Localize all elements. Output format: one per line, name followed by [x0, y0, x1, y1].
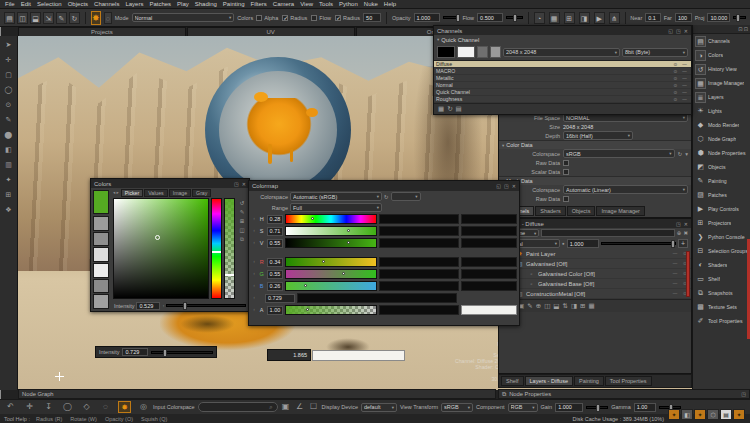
- paint-tool-strip-icon[interactable]: ▢: [2, 69, 15, 80]
- paint-tool-strip-icon[interactable]: ◧: [2, 144, 15, 155]
- paint-tool-strip-icon[interactable]: ✎: [2, 114, 15, 125]
- gain-slider[interactable]: [586, 406, 608, 409]
- document-tool-icon[interactable]: ↻: [69, 12, 80, 24]
- spinner-icon[interactable]: ↕: [251, 217, 257, 221]
- channel-lock-icon[interactable]: —: [680, 97, 689, 102]
- gain-field[interactable]: 1.000: [555, 403, 583, 412]
- paint-tool-strip-icon[interactable]: ◯: [2, 84, 15, 95]
- bottom-tool-icon[interactable]: ↧: [42, 401, 55, 413]
- value-overlay-field[interactable]: 1.865: [267, 349, 311, 361]
- spinner-icon[interactable]: ↕: [251, 308, 257, 312]
- status-icon[interactable]: ▤: [720, 409, 732, 420]
- mask-raw-data-checkbox[interactable]: [563, 196, 569, 202]
- channel-gradient-strip[interactable]: [285, 214, 378, 224]
- picker-tool-icon[interactable]: ◫: [239, 227, 244, 233]
- colormap-colorspace-dropdown[interactable]: Automatic (sRGB)▾: [290, 192, 382, 201]
- extended-range-strip[interactable]: [379, 281, 458, 291]
- paint-tool-strip-icon[interactable]: ✛: [2, 54, 15, 65]
- white-swatch[interactable]: [457, 46, 475, 58]
- layer-opacity-field[interactable]: 1.000: [567, 239, 599, 248]
- dock-palette-item[interactable]: ❯ Python Console: [693, 230, 750, 244]
- strip-marker[interactable]: [306, 308, 309, 311]
- saturation-value-picker[interactable]: [113, 198, 209, 299]
- viewport-tab[interactable]: UV: [187, 27, 355, 36]
- channels-footer-icon[interactable]: ▤: [456, 105, 462, 113]
- layer-row[interactable]: ◦ Galvanised Base [Off] — ⊙: [499, 279, 691, 289]
- color-data-section-header[interactable]: ▾ Color Data: [499, 140, 691, 149]
- status-icon[interactable]: ⬡: [707, 409, 719, 420]
- alpha-strip[interactable]: [224, 198, 235, 299]
- layer-cache-icon[interactable]: —: [671, 271, 679, 276]
- view-tool-icon[interactable]: ◔: [534, 12, 545, 24]
- layer-opacity-slider[interactable]: [601, 242, 676, 245]
- float-icon[interactable]: ◳: [234, 181, 239, 187]
- node-graph-bar[interactable]: Node Graph: [18, 389, 496, 399]
- history-color-swatch[interactable]: [93, 263, 109, 278]
- layers-scrollbar[interactable]: [686, 251, 690, 297]
- strip-marker[interactable]: [347, 229, 350, 232]
- view-tool-icon[interactable]: ◨: [579, 12, 590, 24]
- channel-gradient-strip[interactable]: [285, 238, 378, 248]
- bottom-tool-icon[interactable]: ◎: [137, 401, 150, 413]
- extended-range-strip[interactable]: [461, 257, 517, 267]
- channel-gradient-strip[interactable]: [285, 269, 378, 279]
- colormap-range-dropdown[interactable]: Full▾: [290, 203, 382, 212]
- layer-cache-icon[interactable]: —: [671, 251, 679, 256]
- proj-field[interactable]: 10.000: [707, 13, 730, 22]
- mask-colorspace-dropdown[interactable]: Automatic (Linear)▾: [563, 185, 688, 194]
- palette-tab[interactable]: Painting: [574, 376, 604, 386]
- paint-tool-strip-icon[interactable]: ❖: [2, 204, 15, 215]
- toolbar-checkbox[interactable]: Radius: [335, 15, 360, 21]
- strip-marker[interactable]: [311, 217, 314, 220]
- intensity-slider[interactable]: [151, 351, 213, 354]
- menu-item[interactable]: Objects: [68, 1, 88, 7]
- toolbar-checkbox[interactable]: Flow: [311, 15, 331, 21]
- lock-icon[interactable]: ●: [562, 241, 565, 246]
- layer-row[interactable]: ● ▾ ▧ Galvanised [Off] — ⊙: [499, 259, 691, 269]
- dock-palette-item[interactable]: ◑ Colors: [693, 48, 750, 62]
- spinner-icon[interactable]: ↕: [251, 241, 257, 245]
- alpha-gradient-strip[interactable]: [285, 305, 378, 315]
- near-field[interactable]: 0.1: [645, 13, 660, 22]
- close-icon[interactable]: ✕: [684, 221, 688, 227]
- colors-tab[interactable]: Values: [144, 189, 167, 197]
- channel-value-field[interactable]: 0.28: [267, 215, 283, 224]
- extended-range-strip[interactable]: [379, 238, 458, 248]
- hue-strip[interactable]: [211, 198, 222, 299]
- layer-row[interactable]: ▸ ▧ ConstructionMetal [Off] — ⊙: [499, 289, 691, 299]
- colormap-extra-dropdown[interactable]: ▾: [391, 192, 421, 201]
- layer-row[interactable]: ◦ Galvanised Color [Off] — ⊙: [499, 269, 691, 279]
- paint-mode-dropdown[interactable]: Normal▾: [132, 13, 235, 22]
- spinner-icon[interactable]: ↕: [162, 303, 164, 308]
- dock-palette-item[interactable]: ▩ Texture Sets: [693, 300, 750, 314]
- view-tool-icon[interactable]: ⋔: [609, 12, 620, 24]
- dock-palette-item[interactable]: ≣ Layers: [693, 90, 750, 104]
- history-color-swatch[interactable]: [93, 216, 109, 231]
- layers-toolbar-icon[interactable]: ⬓: [553, 302, 559, 310]
- paint-tool-strip-icon[interactable]: ⊞: [2, 189, 15, 200]
- colors-tab[interactable]: Picker: [121, 189, 143, 197]
- channel-value-field[interactable]: 0.55: [267, 270, 283, 279]
- menu-item[interactable]: Edit: [21, 1, 31, 7]
- checkbox-box[interactable]: [311, 15, 317, 21]
- status-icon[interactable]: ◧: [681, 409, 693, 420]
- layers-toolbar-icon[interactable]: ▦: [589, 302, 595, 310]
- picker-tool-icon[interactable]: ✎: [240, 209, 245, 215]
- current-color-swatch[interactable]: [93, 190, 109, 214]
- menu-item[interactable]: View: [300, 1, 313, 7]
- channel-value-field[interactable]: 0.71: [267, 227, 283, 236]
- channel-cache-icon[interactable]: ⊙: [671, 83, 680, 88]
- history-color-swatch[interactable]: [93, 232, 109, 247]
- gray-swatch[interactable]: [490, 46, 501, 58]
- opacity-slider[interactable]: [443, 16, 460, 19]
- paint-tool-strip-icon[interactable]: ✦: [2, 174, 15, 185]
- white-slider-bar[interactable]: [312, 350, 405, 361]
- paint-tool-strip-icon[interactable]: ⬤: [2, 129, 15, 140]
- dock-palette-item[interactable]: ◩ Objects: [693, 160, 750, 174]
- toolbar-checkbox[interactable]: Radius: [282, 15, 307, 21]
- menu-item[interactable]: Filters: [251, 1, 267, 7]
- float-icon[interactable]: ◳: [504, 183, 509, 189]
- dock-palette-item[interactable]: ◆ Modo Render: [693, 118, 750, 132]
- status-icon[interactable]: ✦: [694, 409, 706, 420]
- channel-gradient-strip[interactable]: [285, 257, 378, 267]
